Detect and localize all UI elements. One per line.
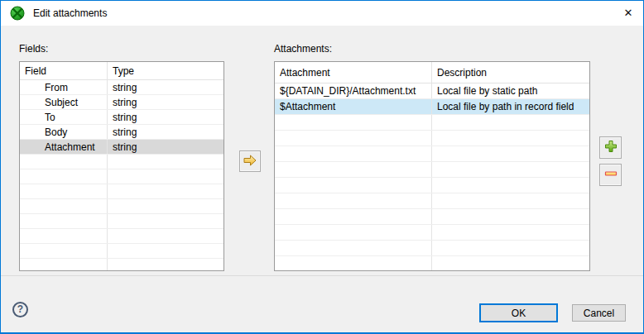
- column-header-field[interactable]: Field: [20, 62, 108, 79]
- column-header-description[interactable]: Description: [432, 62, 589, 83]
- cell: Local file by path in record field: [432, 99, 589, 114]
- cell: [20, 184, 108, 198]
- cell: [108, 244, 223, 258]
- window-title: Edit attachments: [33, 7, 107, 19]
- cell: [275, 146, 432, 161]
- cell: ${DATAIN_DIR}/Attachment.txt: [275, 84, 432, 98]
- cell: [432, 131, 589, 146]
- edit-attachments-dialog: Edit attachments ✕ Fields: Attachments: …: [0, 0, 644, 334]
- cell: [108, 169, 223, 184]
- cell: $Attachment: [275, 99, 432, 114]
- table-row-empty[interactable]: [275, 225, 589, 241]
- table-row-empty[interactable]: [275, 115, 589, 131]
- fields-label: Fields:: [19, 43, 48, 55]
- cell: [275, 256, 432, 271]
- cell: string: [108, 110, 223, 124]
- cell: [20, 244, 108, 258]
- cell: [108, 155, 223, 169]
- cell: [108, 259, 223, 271]
- cell: [275, 115, 432, 130]
- cell: [432, 193, 589, 208]
- table-row-empty[interactable]: [275, 178, 589, 193]
- cell: string: [108, 95, 223, 109]
- cell: [275, 209, 432, 224]
- table-row-empty[interactable]: [20, 155, 223, 169]
- cell: [432, 162, 589, 177]
- table-row[interactable]: Tostring: [20, 110, 223, 125]
- cell: [108, 184, 223, 198]
- table-row-empty[interactable]: [20, 199, 223, 214]
- cell: [20, 155, 108, 169]
- cell: [432, 209, 589, 224]
- table-row-empty[interactable]: [275, 193, 589, 209]
- app-icon: [10, 6, 25, 21]
- cell: [275, 131, 432, 146]
- move-field-to-attachments-button[interactable]: [239, 150, 261, 172]
- table-row-empty[interactable]: [20, 184, 223, 199]
- cell: [275, 178, 432, 193]
- cell: Local file by static path: [432, 84, 589, 98]
- cell: From: [20, 80, 108, 94]
- cell: [20, 199, 108, 213]
- add-attachment-button[interactable]: [599, 136, 622, 159]
- cell: Body: [20, 125, 108, 139]
- question-mark-icon: ?: [17, 303, 23, 315]
- cancel-button[interactable]: Cancel: [572, 304, 626, 322]
- cell: [20, 169, 108, 184]
- table-row-empty[interactable]: [20, 214, 223, 229]
- table-row-empty[interactable]: [275, 241, 589, 256]
- cell: [432, 256, 589, 271]
- cell: [432, 178, 589, 193]
- attachments-label: Attachments:: [274, 43, 332, 55]
- ok-button[interactable]: OK: [479, 303, 558, 322]
- cell: [20, 229, 108, 243]
- help-button[interactable]: ?: [12, 302, 28, 317]
- table-row[interactable]: Attachmentstring: [20, 140, 223, 155]
- cell: [432, 146, 589, 161]
- cell: [108, 214, 223, 228]
- cell: [275, 193, 432, 208]
- table-row-empty[interactable]: [20, 244, 223, 259]
- cell: Attachment: [20, 140, 108, 154]
- cell: Subject: [20, 95, 108, 109]
- table-row-empty[interactable]: [20, 229, 223, 244]
- footer-separator: [1, 275, 643, 276]
- cell: string: [108, 140, 223, 154]
- table-row-empty[interactable]: [275, 146, 589, 162]
- table-header-row: AttachmentDescription: [275, 62, 589, 84]
- cell: string: [108, 125, 223, 139]
- cell: [275, 225, 432, 240]
- table-row-empty[interactable]: [275, 209, 589, 225]
- table-row[interactable]: Bodystring: [20, 125, 223, 140]
- table-header-row: FieldType: [20, 62, 223, 80]
- titlebar: Edit attachments ✕: [1, 1, 643, 26]
- table-row-empty[interactable]: [20, 169, 223, 184]
- cell: [20, 259, 108, 271]
- arrow-right-icon: [243, 153, 257, 170]
- cell: [20, 214, 108, 228]
- attachments-table: AttachmentDescription${DATAIN_DIR}/Attac…: [274, 61, 590, 271]
- close-icon[interactable]: ✕: [622, 7, 635, 20]
- table-row[interactable]: $AttachmentLocal file by path in record …: [275, 99, 589, 115]
- cell: [432, 225, 589, 240]
- table-row[interactable]: Fromstring: [20, 80, 223, 95]
- cell: string: [108, 80, 223, 94]
- table-row[interactable]: Subjectstring: [20, 95, 223, 110]
- minus-icon: [604, 167, 618, 183]
- column-header-type[interactable]: Type: [108, 62, 223, 79]
- table-row-empty[interactable]: [20, 259, 223, 271]
- cell: [275, 241, 432, 255]
- cell: [432, 241, 589, 255]
- dialog-body: Fields: Attachments: FieldTypeFromstring…: [1, 26, 643, 332]
- table-row-empty[interactable]: [275, 131, 589, 146]
- cell: To: [20, 110, 108, 124]
- cell: [108, 199, 223, 213]
- remove-attachment-button[interactable]: [599, 164, 622, 186]
- column-header-attachment[interactable]: Attachment: [275, 62, 432, 83]
- table-row-empty[interactable]: [275, 162, 589, 178]
- cell: [275, 162, 432, 177]
- table-row[interactable]: ${DATAIN_DIR}/Attachment.txtLocal file b…: [275, 84, 589, 99]
- table-row-empty[interactable]: [275, 256, 589, 271]
- plus-icon: [604, 140, 618, 155]
- cell: [108, 229, 223, 243]
